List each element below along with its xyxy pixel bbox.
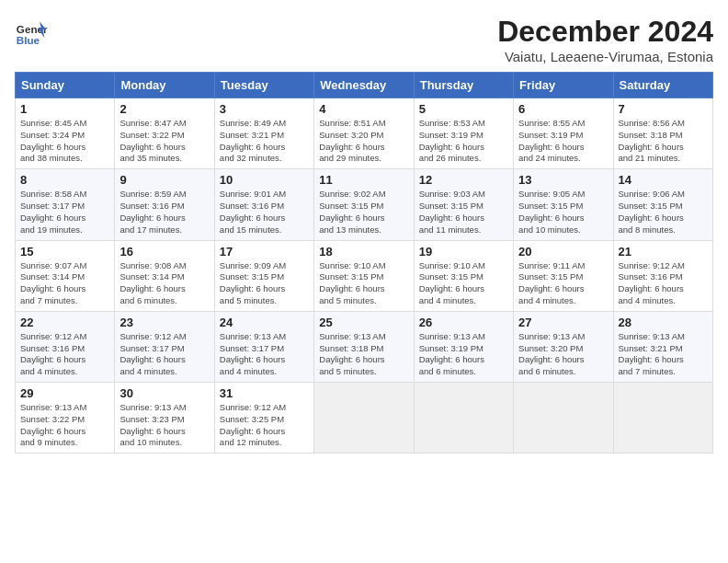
calendar-day-cell [613,383,712,454]
day-info: Sunrise: 8:55 AMSunset: 3:19 PMDaylight:… [518,118,608,165]
calendar-day-cell: 23Sunrise: 9:12 AMSunset: 3:17 PMDayligh… [115,311,214,382]
day-number: 1 [20,102,109,116]
day-number: 14 [619,173,708,187]
day-number: 27 [518,316,608,329]
day-info: Sunrise: 8:51 AMSunset: 3:20 PMDaylight:… [319,118,408,165]
day-number: 24 [220,316,309,329]
day-info: Sunrise: 9:12 AMSunset: 3:16 PMDaylight:… [20,331,109,378]
day-number: 3 [220,102,309,116]
calendar-day-cell: 25Sunrise: 9:13 AMSunset: 3:18 PMDayligh… [314,311,414,382]
day-number: 7 [619,102,708,116]
day-number: 20 [518,245,608,259]
calendar-day-cell: 17Sunrise: 9:09 AMSunset: 3:15 PMDayligh… [214,240,313,311]
day-number: 29 [20,386,109,400]
day-number: 11 [319,173,408,187]
day-number: 28 [619,316,708,329]
calendar-header-row: SundayMondayTuesdayWednesdayThursdayFrid… [16,73,713,98]
day-info: Sunrise: 9:13 AMSunset: 3:23 PMDaylight:… [119,402,209,449]
day-number: 15 [20,245,109,259]
day-info: Sunrise: 9:13 AMSunset: 3:22 PMDaylight:… [20,402,109,449]
calendar-day-cell: 26Sunrise: 9:13 AMSunset: 3:19 PMDayligh… [414,311,513,382]
day-info: Sunrise: 9:01 AMSunset: 3:16 PMDaylight:… [220,189,309,236]
calendar-day-cell: 9Sunrise: 8:59 AMSunset: 3:16 PMDaylight… [115,169,214,240]
calendar-day-cell: 15Sunrise: 9:07 AMSunset: 3:14 PMDayligh… [16,240,115,311]
day-number: 4 [319,102,408,116]
day-number: 31 [220,386,309,400]
calendar-day-cell: 31Sunrise: 9:12 AMSunset: 3:25 PMDayligh… [214,383,313,454]
calendar-day-cell: 28Sunrise: 9:13 AMSunset: 3:21 PMDayligh… [613,311,712,382]
calendar-table: SundayMondayTuesdayWednesdayThursdayFrid… [15,72,713,454]
day-info: Sunrise: 9:06 AMSunset: 3:15 PMDaylight:… [619,189,708,236]
day-info: Sunrise: 9:13 AMSunset: 3:18 PMDaylight:… [319,331,408,378]
day-info: Sunrise: 9:13 AMSunset: 3:21 PMDaylight:… [619,331,708,378]
calendar-day-cell: 22Sunrise: 9:12 AMSunset: 3:16 PMDayligh… [16,311,115,382]
day-number: 18 [319,245,408,259]
day-info: Sunrise: 8:59 AMSunset: 3:16 PMDaylight:… [119,189,209,236]
logo-icon: General Blue [15,15,48,48]
day-number: 26 [419,316,508,329]
day-info: Sunrise: 8:58 AMSunset: 3:17 PMDaylight:… [20,189,109,236]
calendar-col-header: Sunday [16,73,115,98]
calendar-day-cell: 14Sunrise: 9:06 AMSunset: 3:15 PMDayligh… [613,169,712,240]
calendar-col-header: Saturday [613,73,712,98]
calendar-day-cell: 5Sunrise: 8:53 AMSunset: 3:19 PMDaylight… [414,98,513,169]
calendar-day-cell: 24Sunrise: 9:13 AMSunset: 3:17 PMDayligh… [214,311,313,382]
day-info: Sunrise: 9:12 AMSunset: 3:16 PMDaylight:… [619,260,708,307]
day-number: 13 [518,173,608,187]
day-info: Sunrise: 9:08 AMSunset: 3:14 PMDaylight:… [119,260,209,307]
calendar-day-cell: 10Sunrise: 9:01 AMSunset: 3:16 PMDayligh… [214,169,313,240]
day-info: Sunrise: 9:07 AMSunset: 3:14 PMDaylight:… [20,260,109,307]
page-title: December 2024 [497,15,713,49]
day-info: Sunrise: 9:10 AMSunset: 3:15 PMDaylight:… [319,260,408,307]
day-number: 9 [119,173,209,187]
page-subtitle: Vaiatu, Laeaene-Virumaa, Estonia [497,49,713,64]
calendar-col-header: Tuesday [214,73,313,98]
calendar-body: 1Sunrise: 8:45 AMSunset: 3:24 PMDaylight… [16,98,713,454]
day-number: 23 [119,316,209,329]
day-info: Sunrise: 9:13 AMSunset: 3:17 PMDaylight:… [220,331,309,378]
day-info: Sunrise: 8:45 AMSunset: 3:24 PMDaylight:… [20,118,109,165]
day-number: 17 [220,245,309,259]
calendar-day-cell: 12Sunrise: 9:03 AMSunset: 3:15 PMDayligh… [414,169,513,240]
calendar-week-row: 8Sunrise: 8:58 AMSunset: 3:17 PMDaylight… [16,169,713,240]
calendar-day-cell: 16Sunrise: 9:08 AMSunset: 3:14 PMDayligh… [115,240,214,311]
day-number: 2 [119,102,209,116]
calendar-day-cell: 7Sunrise: 8:56 AMSunset: 3:18 PMDaylight… [613,98,712,169]
day-info: Sunrise: 9:09 AMSunset: 3:15 PMDaylight:… [220,260,309,307]
calendar-week-row: 22Sunrise: 9:12 AMSunset: 3:16 PMDayligh… [16,311,713,382]
day-number: 12 [419,173,508,187]
calendar-day-cell: 6Sunrise: 8:55 AMSunset: 3:19 PMDaylight… [514,98,613,169]
day-info: Sunrise: 9:12 AMSunset: 3:25 PMDaylight:… [220,402,309,449]
day-number: 25 [319,316,408,329]
day-info: Sunrise: 9:13 AMSunset: 3:20 PMDaylight:… [518,331,608,378]
title-block: December 2024 Vaiatu, Laeaene-Virumaa, E… [497,15,713,64]
day-info: Sunrise: 9:11 AMSunset: 3:15 PMDaylight:… [518,260,608,307]
calendar-day-cell: 2Sunrise: 8:47 AMSunset: 3:22 PMDaylight… [115,98,214,169]
day-number: 5 [419,102,508,116]
day-info: Sunrise: 9:10 AMSunset: 3:15 PMDaylight:… [419,260,508,307]
calendar-day-cell [514,383,613,454]
calendar-day-cell: 1Sunrise: 8:45 AMSunset: 3:24 PMDaylight… [16,98,115,169]
calendar-day-cell: 19Sunrise: 9:10 AMSunset: 3:15 PMDayligh… [414,240,513,311]
day-info: Sunrise: 8:56 AMSunset: 3:18 PMDaylight:… [619,118,708,165]
calendar-day-cell: 21Sunrise: 9:12 AMSunset: 3:16 PMDayligh… [613,240,712,311]
day-info: Sunrise: 8:49 AMSunset: 3:21 PMDaylight:… [220,118,309,165]
calendar-day-cell: 20Sunrise: 9:11 AMSunset: 3:15 PMDayligh… [514,240,613,311]
calendar-day-cell: 11Sunrise: 9:02 AMSunset: 3:15 PMDayligh… [314,169,414,240]
calendar-week-row: 29Sunrise: 9:13 AMSunset: 3:22 PMDayligh… [16,383,713,454]
day-number: 21 [619,245,708,259]
calendar-day-cell: 8Sunrise: 8:58 AMSunset: 3:17 PMDaylight… [16,169,115,240]
day-number: 16 [119,245,209,259]
day-number: 19 [419,245,508,259]
calendar-col-header: Wednesday [314,73,414,98]
calendar-col-header: Friday [514,73,613,98]
calendar-week-row: 1Sunrise: 8:45 AMSunset: 3:24 PMDaylight… [16,98,713,169]
calendar-day-cell: 13Sunrise: 9:05 AMSunset: 3:15 PMDayligh… [514,169,613,240]
day-info: Sunrise: 9:03 AMSunset: 3:15 PMDaylight:… [419,189,508,236]
day-info: Sunrise: 9:12 AMSunset: 3:17 PMDaylight:… [119,331,209,378]
calendar-day-cell: 27Sunrise: 9:13 AMSunset: 3:20 PMDayligh… [514,311,613,382]
svg-text:Blue: Blue [17,34,40,46]
day-number: 8 [20,173,109,187]
day-number: 10 [220,173,309,187]
calendar-day-cell: 29Sunrise: 9:13 AMSunset: 3:22 PMDayligh… [16,383,115,454]
